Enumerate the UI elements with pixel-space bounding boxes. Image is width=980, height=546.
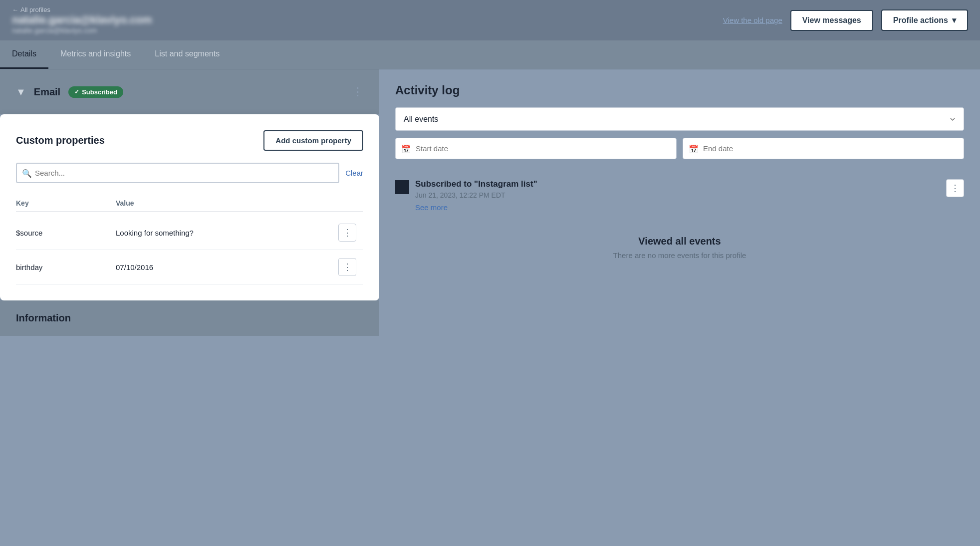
row-more-button-0[interactable]: ⋮ <box>338 224 356 242</box>
tabs-bar: Details Metrics and insights List and se… <box>0 40 980 69</box>
email-more-icon[interactable]: ⋮ <box>352 85 363 98</box>
information-title: Information <box>16 312 71 323</box>
header-bar: ← All profiles natalie.garcia@klaviyo.co… <box>0 0 980 40</box>
custom-properties-card: Custom properties Add custom property 🔍 … <box>0 114 379 300</box>
add-custom-property-button[interactable]: Add custom property <box>263 130 363 151</box>
prop-value-birthday: 07/10/2016 <box>116 263 338 272</box>
table-header: Key Value <box>16 195 363 212</box>
see-more-link[interactable]: See more <box>415 203 964 212</box>
calendar-end-icon: 📅 <box>689 144 699 153</box>
event-more-button[interactable]: ⋮ <box>946 179 964 197</box>
event-details: Subscribed to "Instagram list" Jun 21, 2… <box>415 179 537 199</box>
activity-log-title: Activity log <box>395 83 964 97</box>
table-row: birthday 07/10/2016 ⋮ <box>16 250 363 284</box>
viewed-all-subtitle: There are no more events for this profil… <box>403 251 956 260</box>
view-old-page-link[interactable]: View the old page <box>723 16 782 24</box>
event-header: Subscribed to "Instagram list" Jun 21, 2… <box>395 179 964 199</box>
start-date-input[interactable] <box>395 138 677 159</box>
all-events-select[interactable]: All events <box>395 107 964 131</box>
viewed-all-title: Viewed all events <box>403 236 956 247</box>
tab-metrics[interactable]: Metrics and insights <box>48 40 143 69</box>
back-arrow-icon: ← <box>12 6 18 13</box>
back-link[interactable]: ← All profiles <box>12 6 152 13</box>
event-header-left: Subscribed to "Instagram list" Jun 21, 2… <box>395 179 537 199</box>
search-input-wrap: 🔍 <box>16 163 339 183</box>
end-date-wrap: 📅 <box>683 138 964 159</box>
calendar-start-icon: 📅 <box>401 144 411 153</box>
email-chevron-icon[interactable]: ▼ <box>16 86 26 98</box>
tab-details[interactable]: Details <box>0 40 48 69</box>
left-panel: ▼ Email Subscribed ⋮ Custom properties A… <box>0 69 379 336</box>
search-row: 🔍 Clear <box>16 163 363 183</box>
subscribed-label: Subscribed <box>82 88 117 96</box>
end-date-input[interactable] <box>683 138 964 159</box>
date-filter-row: 📅 📅 <box>395 138 964 159</box>
activity-event-0: Subscribed to "Instagram list" Jun 21, 2… <box>395 171 964 220</box>
profile-email-primary: natalie.garcia@klaviyo.com <box>12 13 152 26</box>
row-more-button-1[interactable]: ⋮ <box>338 258 356 276</box>
profile-email-secondary: natalie.garcia@klaviyo.com <box>12 26 152 34</box>
search-icon: 🔍 <box>22 168 32 178</box>
col-key-header: Key <box>16 199 116 207</box>
subscribed-badge: Subscribed <box>68 86 123 98</box>
viewed-all-events: Viewed all events There are no more even… <box>395 220 964 275</box>
profile-actions-label: Profile actions <box>893 16 948 25</box>
search-input[interactable] <box>16 163 339 183</box>
back-link-label: All profiles <box>20 6 50 13</box>
event-title: Subscribed to "Instagram list" <box>415 179 537 189</box>
email-section: ▼ Email Subscribed ⋮ <box>0 69 379 114</box>
prop-key-birthday: birthday <box>16 263 116 272</box>
custom-properties-table: Key Value $source Looking for something?… <box>16 195 363 284</box>
start-date-wrap: 📅 <box>395 138 677 159</box>
information-section: Information <box>0 300 379 336</box>
main-content: ▼ Email Subscribed ⋮ Custom properties A… <box>0 69 980 336</box>
header-actions: View the old page View messages Profile … <box>723 9 968 31</box>
event-time: Jun 21, 2023, 12:22 PM EDT <box>415 191 537 199</box>
view-messages-button[interactable]: View messages <box>790 10 873 31</box>
table-row: $source Looking for something? ⋮ <box>16 216 363 250</box>
col-value-header: Value <box>116 199 338 207</box>
event-type-icon <box>395 180 409 194</box>
prop-key-source: $source <box>16 229 116 237</box>
email-label: Email <box>34 86 60 98</box>
profile-actions-button[interactable]: Profile actions ▾ <box>881 9 968 31</box>
custom-properties-title: Custom properties <box>16 135 105 146</box>
prop-value-source: Looking for something? <box>116 229 338 237</box>
clear-search-button[interactable]: Clear <box>345 169 363 177</box>
tab-lists[interactable]: List and segments <box>143 40 232 69</box>
header-left: ← All profiles natalie.garcia@klaviyo.co… <box>12 6 152 34</box>
chevron-down-icon: ▾ <box>952 15 956 25</box>
right-panel: Activity log All events 📅 📅 Subscribe <box>379 69 980 336</box>
custom-props-header: Custom properties Add custom property <box>16 130 363 151</box>
email-section-left: ▼ Email Subscribed <box>16 86 123 98</box>
